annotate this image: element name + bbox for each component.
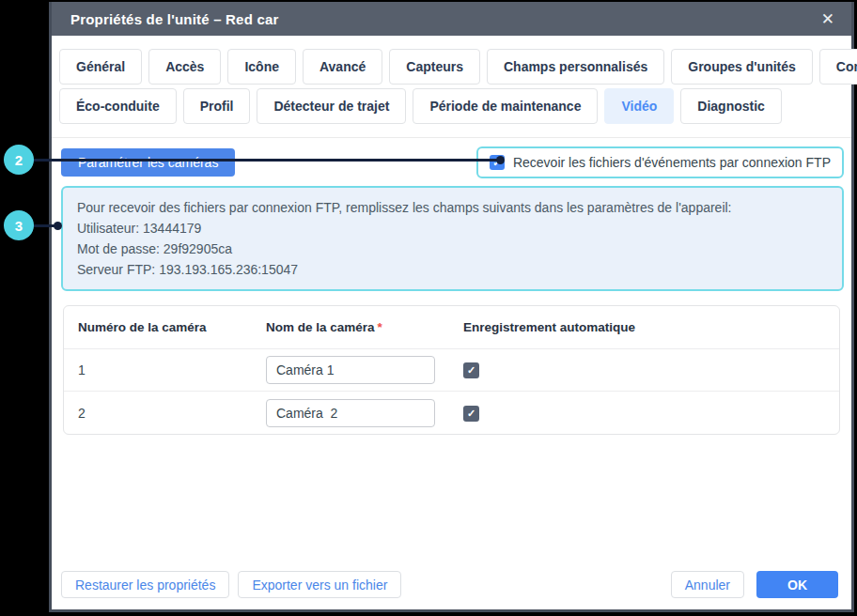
tab-video[interactable]: Vidéo <box>604 88 674 124</box>
tab-groupes-unites[interactable]: Groupes d'unités <box>671 49 813 85</box>
tab-acces[interactable]: Accès <box>148 49 221 85</box>
setup-cameras-button[interactable]: Paramétrer les caméras <box>61 148 235 177</box>
export-to-file-button[interactable]: Exporter vers un fichier <box>238 571 401 598</box>
ftp-checkbox-label: Recevoir les fichiers d'événements par c… <box>513 155 831 170</box>
camera-name-input[interactable] <box>266 399 435 427</box>
header-camera-name: Nom de la caméra* <box>266 320 463 334</box>
camera-number-cell: 1 <box>64 362 266 377</box>
cameras-table: Numéro de la caméra Nom de la caméra* En… <box>63 305 840 435</box>
auto-record-checkbox[interactable] <box>463 406 479 422</box>
tab-commandes[interactable]: Commandes <box>819 49 857 85</box>
tab-row-1: Général Accès Icône Avancé Capteurs Cham… <box>59 49 844 85</box>
tab-avance[interactable]: Avancé <box>303 49 382 85</box>
auto-record-checkbox[interactable] <box>463 362 479 378</box>
annotation-badge-2: 2 <box>4 145 34 175</box>
camera-name-input[interactable] <box>266 356 435 384</box>
cancel-button[interactable]: Annuler <box>671 571 744 598</box>
ftp-info-line1: Pour recevoir des fichiers par connexion… <box>77 197 828 218</box>
ok-button[interactable]: OK <box>756 571 838 598</box>
tab-eco-conduite[interactable]: Éco-conduite <box>59 88 177 124</box>
tab-detecteur-trajet[interactable]: Détecteur de trajet <box>257 88 406 124</box>
tab-profil[interactable]: Profil <box>183 88 251 124</box>
dialog-title: Propriétés de l'unité – Red car <box>70 11 279 27</box>
ftp-info-server: Serveur FTP: 193.193.165.236:15047 <box>77 259 828 280</box>
dialog-footer: Restaurer les propriétés Exporter vers u… <box>61 571 838 598</box>
annotation-dot-2 <box>496 156 505 164</box>
tabs-separator <box>52 137 851 138</box>
restore-properties-button[interactable]: Restaurer les propriétés <box>61 571 229 598</box>
header-auto-record: Enregistrement automatique <box>463 320 839 334</box>
tab-icone[interactable]: Icône <box>227 49 296 85</box>
dialog-header: Propriétés de l'unité – Red car ✕ <box>52 2 851 36</box>
tab-champs-personnalises[interactable]: Champs personnalisés <box>487 49 664 85</box>
unit-properties-dialog: Propriétés de l'unité – Red car ✕ Généra… <box>49 2 854 612</box>
close-icon[interactable]: ✕ <box>821 11 834 27</box>
tab-periode-maintenance[interactable]: Période de maintenance <box>413 88 598 124</box>
required-asterisk: * <box>378 320 382 334</box>
camera-actions-row: Paramétrer les caméras Recevoir les fich… <box>61 146 844 178</box>
camera-number-cell: 2 <box>64 406 266 421</box>
header-camera-number: Numéro de la caméra <box>64 320 266 334</box>
table-row: 2 <box>64 392 839 434</box>
tabs-container: Général Accès Icône Avancé Capteurs Cham… <box>52 36 851 124</box>
annotation-badge-3: 3 <box>4 210 34 240</box>
ftp-info-user: Utilisateur: 13444179 <box>77 218 828 239</box>
table-row: 1 <box>64 349 839 392</box>
annotation-line-2 <box>19 159 499 162</box>
tab-capteurs[interactable]: Capteurs <box>389 49 480 85</box>
ftp-info-password: Mot de passe: 29f92905ca <box>77 239 828 259</box>
cameras-table-header: Numéro de la caméra Nom de la caméra* En… <box>64 306 839 349</box>
tab-general[interactable]: Général <box>59 49 142 85</box>
tab-diagnostic[interactable]: Diagnostic <box>680 88 782 124</box>
annotation-dot-3 <box>54 222 62 230</box>
tab-row-2: Éco-conduite Profil Détecteur de trajet … <box>59 88 844 124</box>
ftp-checkbox-highlight-box: Recevoir les fichiers d'événements par c… <box>476 146 844 178</box>
ftp-info-box: Pour recevoir des fichiers par connexion… <box>61 186 844 291</box>
